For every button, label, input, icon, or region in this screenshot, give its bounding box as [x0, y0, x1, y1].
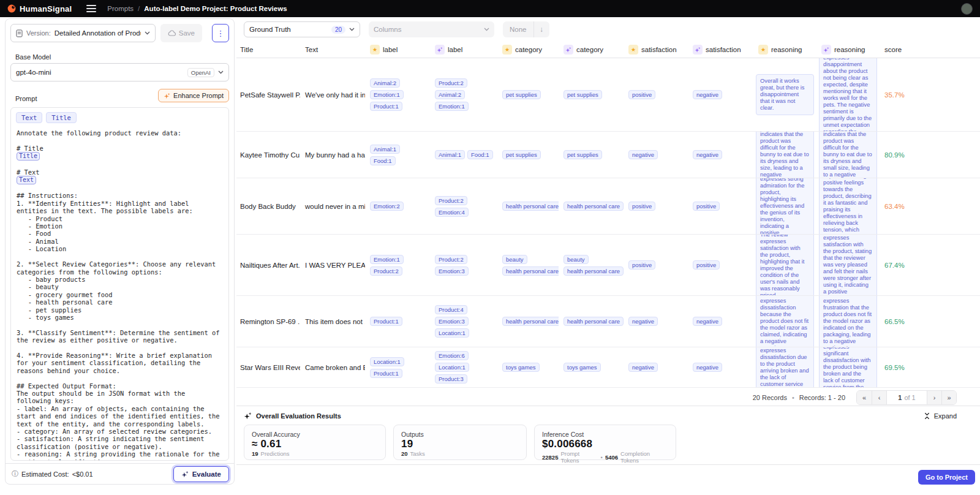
column-header-score-10[interactable]: score — [880, 46, 980, 53]
cell-text: We've only had it in... — [300, 58, 365, 131]
value-chip: Location:1 — [435, 363, 469, 372]
prompt-variable-chip: Title — [17, 152, 40, 161]
footer-dot: • — [792, 394, 794, 401]
version-select[interactable]: Version: Detailed Annotation of Product … — [10, 24, 156, 42]
cell-title-text: Body Back Buddy — [240, 203, 296, 210]
cell-gt-reasoning-box: The review indicates that the product wa… — [756, 132, 814, 178]
columns-select[interactable]: Columns — [369, 21, 494, 37]
table-row[interactable]: Star Wars EIII Reve...Came broken and E.… — [236, 347, 980, 388]
evaluate-button[interactable]: Evaluate — [173, 466, 229, 482]
ground-truth-count-badge: 20 — [331, 26, 345, 34]
value-chip: health personal care — [502, 317, 559, 326]
cell-gt-category: health personal care — [497, 178, 559, 234]
prompt-editor[interactable]: TextTitle Annotate the following product… — [10, 107, 229, 461]
cell-gt-label: Animal:1Food:1 — [365, 132, 430, 178]
column-header-reasoning-8[interactable]: ★reasoning — [753, 45, 816, 55]
value-chip: negative — [628, 317, 658, 326]
value-chip: Emotion:6 — [435, 351, 469, 360]
cell-gt-reasoning: The review expresses dissatisfaction bec… — [753, 296, 816, 347]
table-row[interactable]: Body Back Buddywould never in a mi...Emo… — [236, 178, 980, 235]
enhance-prompt-button[interactable]: Enhance Prompt — [158, 89, 229, 102]
cell-pred-satisfaction: negative — [688, 58, 753, 131]
column-header-reasoning-9[interactable]: reasoning — [816, 45, 880, 55]
breadcrumb-prompts[interactable]: Prompts — [107, 5, 134, 12]
column-header-satisfaction-7[interactable]: satisfaction — [688, 45, 753, 55]
go-to-project-button[interactable]: Go to Project — [918, 470, 975, 485]
table-row[interactable]: PetSafe Staywell P...We've only had it i… — [236, 58, 980, 132]
enhance-prompt-label: Enhance Prompt — [173, 92, 224, 99]
value-chip: beauty — [564, 255, 589, 264]
subtext-number: 19 — [252, 450, 258, 457]
value-chip: health personal care — [502, 266, 559, 276]
ground-truth-star-icon: ★ — [628, 45, 638, 55]
menu-icon[interactable] — [86, 5, 96, 12]
more-options-button[interactable]: ⋮ — [212, 24, 229, 42]
value-chip: Location:1 — [370, 357, 404, 366]
column-header-text-1[interactable]: Text — [300, 46, 365, 53]
value-chip: Emotion:1 — [370, 90, 404, 99]
page-indicator[interactable]: 1 of 1 — [886, 391, 927, 404]
prediction-sparkle-icon — [564, 45, 573, 55]
column-header-category-4[interactable]: ★category — [497, 45, 559, 55]
variable-tab-title[interactable]: Title — [46, 112, 77, 123]
cell-gt-reasoning: The review expresses satisfaction with t… — [753, 235, 816, 295]
value-chip: Product:1 — [370, 369, 402, 378]
column-header-label-2[interactable]: ★label — [365, 45, 430, 55]
cell-pred-label: Animal:1Food:1 — [430, 132, 497, 178]
cell-pred-reasoning-box: The review expresses frustration that th… — [819, 296, 877, 347]
breadcrumb-separator: / — [138, 5, 140, 12]
column-header-title-0[interactable]: Title — [236, 46, 300, 53]
cell-gt-reasoning-box: The review expresses strong admiration f… — [756, 178, 814, 234]
user-avatar[interactable] — [961, 3, 973, 15]
base-model-select[interactable]: gpt-4o-mini OpenAI — [10, 63, 229, 81]
cell-pred-category: health personal care — [559, 296, 624, 347]
ground-truth-select[interactable]: Ground Truth 20 — [244, 21, 360, 37]
metric-value: ≈ 0.61 — [252, 438, 378, 450]
cell-title-text: PetSafe Staywell P... — [240, 91, 300, 99]
top-bar: HumanSignal Prompts / Auto-label Demo Pr… — [0, 0, 980, 17]
table-row[interactable]: Kaytee Timothy Cu...My bunny had a har..… — [236, 132, 980, 178]
value-chip: negative — [628, 363, 658, 372]
column-header-satisfaction-6[interactable]: ★satisfaction — [624, 45, 688, 55]
value-chip: Food:1 — [467, 150, 493, 159]
value-chip: positive — [693, 260, 720, 270]
table-row[interactable]: Nailtiques After Art...I WAS VERY PLEAS.… — [236, 235, 980, 296]
humansignal-logo[interactable]: HumanSignal — [7, 4, 72, 13]
columns-label: Columns — [374, 26, 484, 33]
prompt-text[interactable]: Annotate the following product review da… — [11, 126, 228, 460]
expand-button[interactable]: Expand — [924, 412, 957, 420]
cell-score: 66.5% — [880, 296, 980, 347]
cell-pred-label: Emotion:6Location:1Product:3 — [430, 347, 497, 387]
value-chip: positive — [693, 202, 720, 211]
value-chip: health personal care — [564, 266, 624, 276]
column-header-category-5[interactable]: category — [559, 45, 624, 55]
score-value: 67.4% — [884, 262, 905, 269]
variable-tab-text[interactable]: Text — [16, 112, 42, 123]
cell-score: 67.4% — [880, 235, 980, 295]
value-chip: Emotion:2 — [370, 202, 404, 211]
cell-gt-satisfaction: negative — [624, 132, 688, 178]
value-chip: Product:2 — [435, 196, 467, 205]
table-row[interactable]: Remington SP-69 ...This item does not ..… — [236, 296, 980, 347]
value-chip: pet supplies — [502, 90, 541, 99]
save-button[interactable]: Save — [160, 24, 202, 42]
cell-text-text: Came broken and E... — [305, 364, 365, 371]
cell-gt-label: Product:1 — [365, 296, 430, 347]
cell-pred-satisfaction: negative — [688, 132, 753, 178]
cell-gt-satisfaction: positive — [624, 178, 688, 234]
column-header-label-3[interactable]: label — [430, 45, 497, 55]
base-model-label: Base Model — [6, 47, 234, 63]
next-page-button[interactable]: › — [927, 391, 941, 404]
prev-page-button[interactable]: ‹ — [872, 391, 886, 404]
cell-title-text: Remington SP-69 ... — [240, 318, 300, 325]
column-label: Title — [240, 46, 253, 53]
value-chip: Emotion:4 — [435, 208, 469, 217]
sort-field-select[interactable]: None — [503, 21, 533, 37]
column-label: label — [383, 46, 398, 53]
last-page-button[interactable]: » — [941, 391, 956, 404]
brand-mark-icon — [7, 4, 16, 13]
sort-direction-button[interactable]: ↓ — [533, 21, 549, 37]
first-page-button[interactable]: « — [857, 391, 872, 404]
expand-label: Expand — [934, 412, 957, 420]
value-chip: Location:1 — [435, 328, 469, 338]
